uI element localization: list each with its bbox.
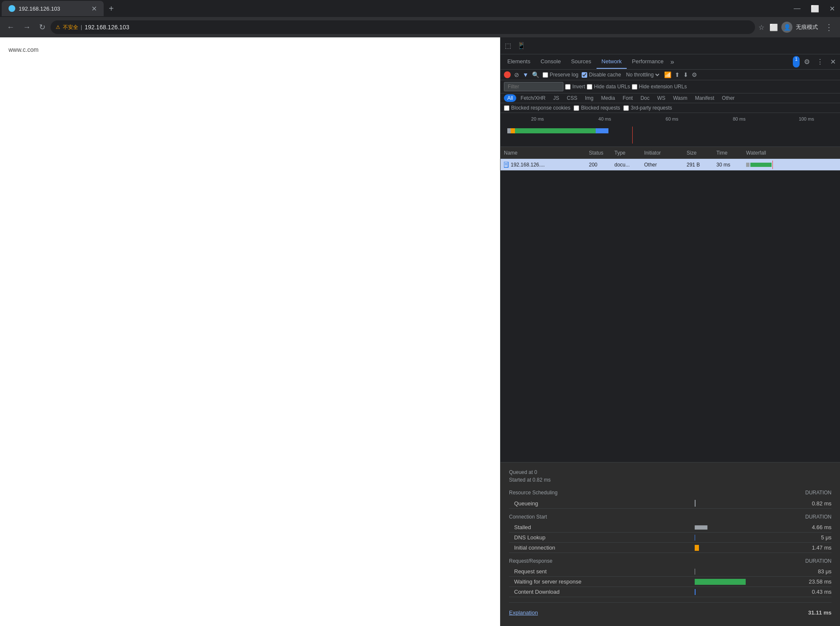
table-header: Name Status Type Initiator Size Time Wat… [501,147,840,159]
wf-bar-green [515,128,596,133]
td-status: 200 [585,162,611,168]
waterfall-bar-container [504,125,840,135]
timing-total: Explanation 31.11 ms [509,606,832,619]
timing-duration-sent: 83 μs [798,568,832,575]
forward-button[interactable]: → [20,20,34,34]
type-filter-manifest[interactable]: Manifest [692,94,718,102]
bar-sent [695,569,695,575]
hide-extension-urls-option[interactable]: Hide extension URLs [632,84,687,90]
td-waterfall [743,161,840,169]
hide-data-urls-checkbox[interactable] [587,84,592,90]
doc-icon [504,162,509,168]
split-view-button[interactable]: ⬜ [768,22,780,33]
browser-chrome: 192.168.126.103 ✕ + — ⬜ ✕ ← → ↻ ⚠ 不安全 | … [0,0,840,37]
inspect-element-button[interactable]: ⬚ [502,40,514,51]
th-name[interactable]: Name [501,150,585,156]
throttle-select[interactable]: No throttling [625,71,661,78]
tab-console[interactable]: Console [535,55,566,69]
filter-button[interactable]: ▼ [523,71,529,78]
devtools-more-button[interactable]: ⋮ [814,56,826,68]
menu-button[interactable]: ⋮ [821,20,837,34]
security-label: 不安全 [63,24,78,31]
th-type[interactable]: Type [611,150,641,156]
third-party-requests-option[interactable]: 3rd-party requests [623,105,672,111]
third-party-checkbox[interactable] [623,105,629,111]
main-area: www.c.com ⬚ 📱 Elements Console Sources N… [0,37,840,626]
tab-network[interactable]: Network [597,55,627,69]
tab-elements[interactable]: Elements [502,55,535,69]
type-filter-img[interactable]: Img [582,94,597,102]
th-time[interactable]: Time [713,150,743,156]
table-row[interactable]: 192.168.126.... 200 docu... Other 291 B … [501,159,840,171]
close-tab-button[interactable]: ✕ [91,5,97,13]
type-filter-doc[interactable]: Doc [637,94,653,102]
timing-row-sent: Request sent 83 μs [509,567,832,577]
timeline-marker [632,127,633,144]
disable-cache-label[interactable]: Disable cache [582,72,621,78]
address-text: 192.168.126.103 [85,24,129,31]
network-settings-icon[interactable]: ⚙ [692,71,697,78]
network-controls: ⊘ ▼ 🔍 Preserve log Disable cache No thro… [501,70,840,80]
th-waterfall[interactable]: Waterfall [743,150,840,156]
timing-section-request-header: Request/Response DURATION [509,558,832,564]
record-button[interactable] [504,71,511,78]
explanation-link[interactable]: Explanation [509,609,538,616]
reload-button[interactable]: ↻ [36,20,49,34]
bar-dns [695,535,695,541]
th-size[interactable]: Size [683,150,713,156]
timing-label-connection: Initial connection [509,544,691,551]
timing-label-dns: DNS Lookup [509,534,691,541]
waterfall-timeline: 20 ms 40 ms 60 ms 80 ms 100 ms [501,113,840,147]
invert-option[interactable]: Invert [565,84,585,90]
upload-icon: ⬆ [675,71,680,78]
devtools-close-button[interactable]: ✕ [828,56,838,68]
th-initiator[interactable]: Initiator [641,150,683,156]
minimize-button[interactable]: — [789,3,806,14]
tab-sources[interactable]: Sources [566,55,597,69]
type-filter-ws[interactable]: WS [654,94,669,102]
blocked-requests-checkbox[interactable] [574,105,579,111]
type-filter-js[interactable]: JS [550,94,563,102]
tab-title: 192.168.126.103 [19,6,88,12]
bar-waiting [695,579,746,585]
more-tabs-button[interactable]: » [670,58,674,66]
type-filter-wasm[interactable]: Wasm [670,94,691,102]
timing-row-stalled: Stalled 4.66 ms [509,522,832,533]
new-tab-button[interactable]: + [105,2,117,15]
tab-performance[interactable]: Performance [627,55,668,69]
type-filter-font[interactable]: Font [619,94,636,102]
device-toolbar-button[interactable]: 📱 [515,40,528,51]
preserve-log-checkbox[interactable] [543,72,548,78]
blocked-cookies-checkbox[interactable] [504,105,509,111]
disable-cache-checkbox[interactable] [582,72,587,78]
blocked-requests-option[interactable]: Blocked requests [574,105,620,111]
maximize-button[interactable]: ⬜ [806,3,824,14]
clear-button[interactable]: ⊘ [514,71,519,78]
devtools-settings-button[interactable]: ⚙ [801,56,812,68]
profile-button[interactable]: 👤 [781,22,792,33]
hide-extension-urls-checkbox[interactable] [632,84,637,90]
search-button[interactable]: 🔍 [532,71,539,78]
invert-checkbox[interactable] [565,84,571,90]
filter-input[interactable] [504,82,563,91]
hide-data-urls-option[interactable]: Hide data URLs [587,84,630,90]
timing-duration-download: 0.43 ms [798,589,832,595]
tl-label-60: 60 ms [638,116,705,121]
timing-bar-sent [691,569,798,575]
type-filter-all[interactable]: All [504,94,516,102]
bookmark-button[interactable]: ☆ [757,22,766,33]
type-filter-css[interactable]: CSS [563,94,581,102]
network-table: Name Status Type Initiator Size Time Wat… [501,147,840,462]
type-filter-other[interactable]: Other [718,94,738,102]
timing-row-download: Content Download 0.43 ms [509,587,832,597]
type-filter-fetch[interactable]: Fetch/XHR [517,94,549,102]
preserve-log-label[interactable]: Preserve log [543,72,578,78]
active-tab[interactable]: 192.168.126.103 ✕ [2,1,104,16]
close-window-button[interactable]: ✕ [824,3,840,14]
download-icon: ⬇ [683,71,688,78]
address-bar[interactable]: ⚠ 不安全 | 192.168.126.103 [51,20,755,34]
th-status[interactable]: Status [585,150,611,156]
type-filter-media[interactable]: Media [598,94,619,102]
blocked-cookies-option[interactable]: Blocked response cookies [504,105,570,111]
back-button[interactable]: ← [3,20,18,34]
